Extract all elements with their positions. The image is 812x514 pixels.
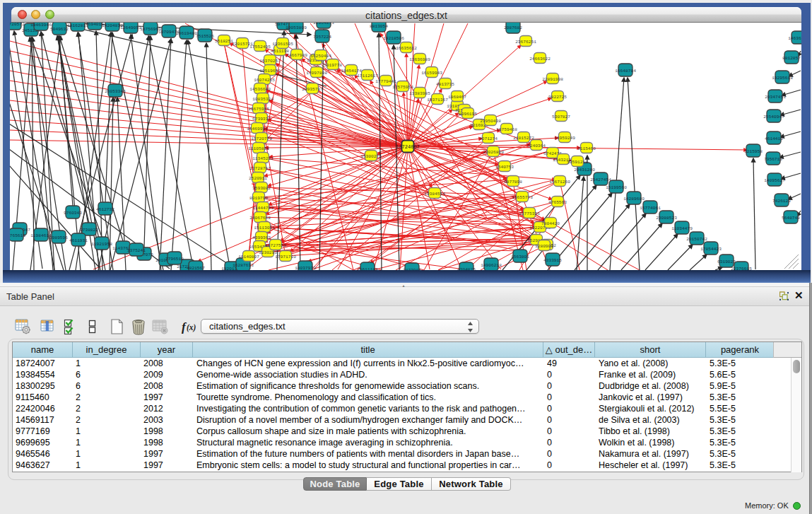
svg-text:15199560: 15199560 bbox=[606, 185, 627, 190]
svg-text:19361505: 19361505 bbox=[272, 42, 293, 47]
svg-text:7804420: 7804420 bbox=[541, 221, 560, 226]
svg-text:5049632: 5049632 bbox=[50, 27, 69, 32]
svg-text:16159943: 16159943 bbox=[421, 71, 442, 76]
svg-text:25540947: 25540947 bbox=[763, 115, 784, 119]
svg-text:21815272: 21815272 bbox=[513, 136, 534, 141]
svg-text:15371367: 15371367 bbox=[427, 98, 448, 103]
svg-text:19295618: 19295618 bbox=[772, 76, 793, 81]
svg-text:4813735: 4813735 bbox=[436, 82, 454, 87]
svg-text:7956719: 7956719 bbox=[764, 157, 782, 162]
svg-text:10591218: 10591218 bbox=[567, 160, 588, 165]
svg-text:22775336: 22775336 bbox=[519, 211, 540, 216]
svg-text:16959249: 16959249 bbox=[554, 136, 575, 141]
svg-text:6319023: 6319023 bbox=[717, 259, 736, 264]
svg-text:13636989: 13636989 bbox=[409, 57, 430, 62]
svg-text:17779441: 17779441 bbox=[375, 79, 396, 84]
svg-text:3593082: 3593082 bbox=[252, 186, 271, 191]
svg-text:23728767: 23728767 bbox=[249, 166, 271, 171]
svg-text:16140807: 16140807 bbox=[238, 255, 259, 259]
svg-text:9115460: 9115460 bbox=[577, 146, 596, 151]
svg-text:17854423: 17854423 bbox=[700, 247, 722, 252]
svg-text:11984614: 11984614 bbox=[30, 233, 52, 238]
svg-text:25427454: 25427454 bbox=[590, 177, 611, 182]
svg-text:20964873: 20964873 bbox=[313, 23, 334, 25]
svg-text:8019790: 8019790 bbox=[249, 196, 268, 201]
svg-text:7426123: 7426123 bbox=[772, 199, 791, 204]
svg-text:11921958: 11921958 bbox=[91, 242, 112, 247]
svg-text:18454174: 18454174 bbox=[341, 69, 362, 74]
svg-text:11034479: 11034479 bbox=[671, 226, 693, 231]
svg-text:14906218: 14906218 bbox=[481, 263, 502, 268]
svg-text:20431280: 20431280 bbox=[574, 168, 595, 173]
svg-text:10519656: 10519656 bbox=[259, 69, 281, 74]
svg-text:15655773: 15655773 bbox=[512, 195, 533, 200]
svg-text:25675915: 25675915 bbox=[248, 107, 269, 112]
svg-text:16727559: 16727559 bbox=[265, 243, 286, 248]
svg-text:14095627: 14095627 bbox=[764, 178, 785, 183]
svg-text:24663622: 24663622 bbox=[529, 57, 551, 62]
svg-text:24067668: 24067668 bbox=[249, 216, 271, 221]
svg-text:17971710: 17971710 bbox=[275, 255, 296, 259]
svg-text:11345232: 11345232 bbox=[252, 156, 273, 161]
svg-text:14636288: 14636288 bbox=[788, 36, 801, 41]
svg-text:2520911: 2520911 bbox=[249, 176, 267, 181]
svg-text:4333915: 4333915 bbox=[543, 258, 562, 263]
svg-text:11105838: 11105838 bbox=[248, 146, 269, 151]
svg-text:7515526: 7515526 bbox=[196, 34, 214, 39]
svg-text:4399363: 4399363 bbox=[252, 235, 271, 240]
svg-text:23676251: 23676251 bbox=[515, 40, 536, 45]
svg-text:15113051: 15113051 bbox=[254, 226, 275, 230]
svg-text:23026809: 23026809 bbox=[483, 150, 504, 155]
svg-text:16759468: 16759468 bbox=[496, 127, 517, 132]
svg-text:18463946: 18463946 bbox=[30, 23, 52, 28]
svg-text:23088523: 23088523 bbox=[656, 216, 677, 221]
svg-text:9738822: 9738822 bbox=[80, 228, 98, 233]
svg-text:23720572: 23720572 bbox=[10, 23, 25, 27]
svg-text:18724007: 18724007 bbox=[396, 144, 420, 150]
svg-text:17575954: 17575954 bbox=[392, 85, 413, 90]
svg-text:3215958: 3215958 bbox=[744, 149, 763, 154]
svg-text:17112617: 17112617 bbox=[357, 74, 378, 78]
svg-text:8813054: 8813054 bbox=[370, 24, 388, 29]
svg-text:13383985: 13383985 bbox=[409, 91, 430, 96]
svg-text:9760343: 9760343 bbox=[64, 211, 82, 216]
svg-text:20347453: 20347453 bbox=[765, 95, 786, 100]
svg-text:1096195: 1096195 bbox=[459, 112, 477, 117]
svg-text:15774061: 15774061 bbox=[640, 206, 661, 211]
svg-text:2087682: 2087682 bbox=[504, 25, 522, 30]
svg-text:14289680: 14289680 bbox=[623, 197, 645, 201]
svg-text:5019778: 5019778 bbox=[324, 63, 342, 68]
svg-text:17552495: 17552495 bbox=[249, 45, 271, 49]
svg-text:3375241: 3375241 bbox=[127, 248, 146, 253]
svg-text:5518251: 5518251 bbox=[215, 39, 233, 44]
svg-text:6739337: 6739337 bbox=[252, 117, 271, 122]
svg-text:1868467: 1868467 bbox=[448, 95, 466, 100]
svg-text:1563801: 1563801 bbox=[511, 255, 529, 259]
svg-text:3280900: 3280900 bbox=[535, 244, 553, 249]
svg-text:24667949: 24667949 bbox=[286, 53, 307, 58]
svg-text:16635612: 16635612 bbox=[396, 46, 417, 51]
svg-text:8812857: 8812857 bbox=[782, 56, 801, 61]
svg-text:10835324: 10835324 bbox=[252, 97, 273, 102]
svg-text:16074265: 16074265 bbox=[254, 78, 275, 83]
svg-text:4071274: 4071274 bbox=[479, 136, 498, 141]
svg-text:14536640: 14536640 bbox=[249, 87, 271, 92]
svg-text:12649053: 12649053 bbox=[120, 25, 141, 30]
svg-text:26053346: 26053346 bbox=[105, 89, 126, 94]
svg-text:9822725: 9822725 bbox=[548, 95, 567, 100]
svg-text:16671260: 16671260 bbox=[549, 180, 570, 185]
svg-text:23950438: 23950438 bbox=[480, 119, 501, 124]
svg-text:19384554: 19384554 bbox=[424, 192, 445, 197]
svg-text:4614410: 4614410 bbox=[765, 136, 783, 141]
svg-text:4611931: 4611931 bbox=[69, 238, 88, 243]
svg-text:4612732: 4612732 bbox=[96, 207, 114, 212]
svg-text:20619480: 20619480 bbox=[176, 31, 197, 36]
svg-text:7765611: 7765611 bbox=[10, 233, 25, 238]
svg-text:16469931: 16469931 bbox=[247, 127, 268, 132]
svg-text:17097888: 17097888 bbox=[306, 71, 327, 76]
svg-text:20935787: 20935787 bbox=[302, 87, 323, 92]
svg-text:1540753: 1540753 bbox=[495, 165, 514, 170]
svg-text:16648784: 16648784 bbox=[615, 69, 636, 74]
svg-text:19218506: 19218506 bbox=[383, 36, 404, 41]
svg-text:5307827: 5307827 bbox=[552, 115, 570, 119]
